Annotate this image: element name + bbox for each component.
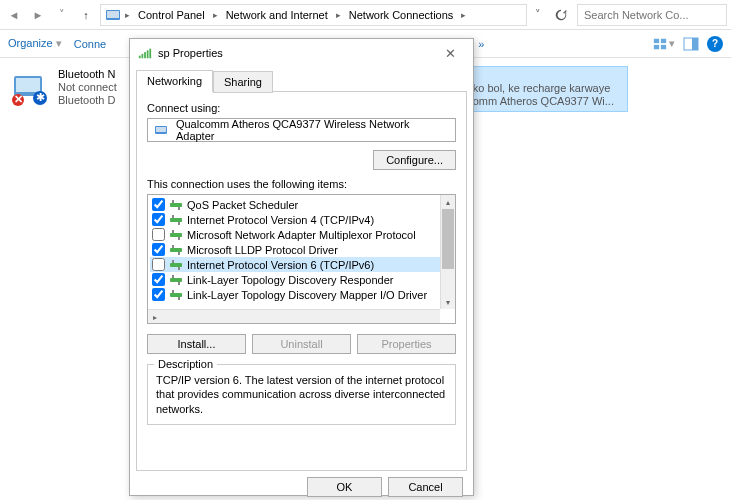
svg-rect-41 bbox=[172, 260, 174, 263]
vertical-scrollbar[interactable]: ▴ ▾ bbox=[440, 195, 455, 309]
svg-rect-27 bbox=[156, 127, 166, 132]
breadcrumb-dropdown[interactable]: ˅ bbox=[531, 8, 545, 21]
toolbar-chevron[interactable]: » bbox=[478, 38, 484, 50]
svg-text:✱: ✱ bbox=[36, 91, 45, 103]
dialog-tabs: Networking Sharing bbox=[130, 69, 473, 91]
svg-rect-34 bbox=[170, 233, 182, 237]
install-button[interactable]: Install... bbox=[147, 334, 246, 354]
connection-items-list: QoS Packet SchedulerInternet Protocol Ve… bbox=[147, 194, 456, 324]
control-panel-icon bbox=[105, 7, 121, 23]
ok-button[interactable]: OK bbox=[307, 477, 382, 497]
tab-panel-networking: Connect using: Qualcomm Atheros QCA9377 … bbox=[136, 91, 467, 471]
recent-dropdown[interactable]: ˅ bbox=[52, 5, 72, 25]
organize-menu[interactable]: Organize ▾ bbox=[8, 37, 62, 50]
svg-rect-35 bbox=[172, 230, 174, 233]
scroll-right-button[interactable]: ▸ bbox=[148, 310, 162, 324]
help-button[interactable]: ? bbox=[707, 36, 723, 52]
protocol-item[interactable]: Microsoft Network Adapter Multiplexor Pr… bbox=[150, 227, 453, 242]
svg-rect-39 bbox=[178, 252, 180, 255]
search-input[interactable] bbox=[577, 4, 727, 26]
dialog-titlebar[interactable]: sp Properties ✕ bbox=[130, 39, 473, 67]
protocol-item[interactable]: QoS Packet Scheduler bbox=[150, 197, 453, 212]
svg-rect-30 bbox=[178, 207, 180, 210]
uninstall-button: Uninstall bbox=[252, 334, 351, 354]
description-group: Description TCP/IP version 6. The latest… bbox=[147, 364, 456, 425]
protocol-checkbox[interactable] bbox=[152, 273, 165, 286]
svg-rect-9 bbox=[16, 78, 40, 92]
connection-adapter: Bluetooth D bbox=[58, 94, 117, 106]
close-button[interactable]: ✕ bbox=[435, 46, 465, 61]
protocol-item[interactable]: Link-Layer Topology Discovery Mapper I/O… bbox=[150, 287, 453, 302]
svg-rect-42 bbox=[178, 267, 180, 270]
svg-rect-4 bbox=[654, 44, 659, 48]
wifi-icon bbox=[138, 46, 152, 60]
svg-rect-45 bbox=[178, 282, 180, 285]
protocol-item[interactable]: Internet Protocol Version 6 (TCP/IPv6) bbox=[150, 257, 453, 272]
svg-rect-46 bbox=[170, 293, 182, 297]
protocol-icon bbox=[169, 274, 183, 286]
svg-rect-43 bbox=[170, 278, 182, 282]
svg-rect-28 bbox=[170, 203, 182, 207]
protocol-icon bbox=[169, 259, 183, 271]
refresh-button[interactable] bbox=[549, 8, 573, 22]
protocol-label: Internet Protocol Version 4 (TCP/IPv4) bbox=[187, 214, 374, 226]
svg-text:✕: ✕ bbox=[14, 93, 23, 105]
breadcrumb-item[interactable]: Network and Internet bbox=[222, 9, 332, 21]
protocol-checkbox[interactable] bbox=[152, 288, 165, 301]
protocol-checkbox[interactable] bbox=[152, 258, 165, 271]
protocol-label: QoS Packet Scheduler bbox=[187, 199, 298, 211]
preview-pane-button[interactable] bbox=[683, 36, 699, 52]
connection-name: Bluetooth N bbox=[58, 68, 117, 80]
forward-button[interactable]: ► bbox=[28, 5, 48, 25]
protocol-checkbox[interactable] bbox=[152, 243, 165, 256]
protocol-checkbox[interactable] bbox=[152, 228, 165, 241]
protocol-checkbox[interactable] bbox=[152, 213, 165, 226]
protocol-item[interactable]: Microsoft LLDP Protocol Driver bbox=[150, 242, 453, 257]
svg-rect-32 bbox=[172, 215, 174, 218]
chevron-down-icon: ▾ bbox=[56, 37, 62, 49]
back-button[interactable]: ◄ bbox=[4, 5, 24, 25]
svg-rect-31 bbox=[170, 218, 182, 222]
breadcrumb-item[interactable]: Control Panel bbox=[134, 9, 209, 21]
refresh-icon bbox=[554, 8, 568, 22]
dialog-title: sp Properties bbox=[158, 47, 223, 59]
scroll-thumb[interactable] bbox=[442, 209, 454, 269]
connect-using-label: Connect using: bbox=[147, 102, 456, 114]
configure-button[interactable]: Configure... bbox=[373, 150, 456, 170]
svg-rect-37 bbox=[170, 248, 182, 252]
svg-rect-7 bbox=[692, 38, 698, 50]
protocol-icon bbox=[169, 229, 183, 241]
svg-rect-38 bbox=[172, 245, 174, 248]
adapter-field: Qualcomm Atheros QCA9377 Wireless Networ… bbox=[147, 118, 456, 142]
svg-rect-21 bbox=[139, 56, 141, 59]
protocol-icon bbox=[169, 244, 183, 256]
connect-button[interactable]: Conne bbox=[74, 38, 106, 50]
properties-dialog: sp Properties ✕ Networking Sharing Conne… bbox=[129, 38, 474, 496]
svg-rect-33 bbox=[178, 222, 180, 225]
chevron-right-icon: ▸ bbox=[459, 10, 468, 20]
items-label: This connection uses the following items… bbox=[147, 178, 456, 190]
cancel-button[interactable]: Cancel bbox=[388, 477, 463, 497]
scroll-up-button[interactable]: ▴ bbox=[441, 195, 455, 209]
view-options-button[interactable]: ▾ bbox=[653, 37, 675, 51]
breadcrumb[interactable]: ▸ Control Panel ▸ Network and Internet ▸… bbox=[100, 4, 527, 26]
protocol-label: Internet Protocol Version 6 (TCP/IPv6) bbox=[187, 259, 374, 271]
chevron-right-icon: ▸ bbox=[123, 10, 132, 20]
tab-networking[interactable]: Networking bbox=[136, 70, 213, 92]
connection-status: Not connect bbox=[58, 81, 117, 93]
svg-rect-3 bbox=[661, 38, 666, 42]
protocol-label: Microsoft Network Adapter Multiplexor Pr… bbox=[187, 229, 416, 241]
protocol-icon bbox=[169, 199, 183, 211]
protocol-icon bbox=[169, 214, 183, 226]
breadcrumb-item[interactable]: Network Connections bbox=[345, 9, 458, 21]
protocol-item[interactable]: Internet Protocol Version 4 (TCP/IPv4) bbox=[150, 212, 453, 227]
view-icon bbox=[653, 37, 667, 51]
protocol-label: Link-Layer Topology Discovery Mapper I/O… bbox=[187, 289, 427, 301]
scroll-down-button[interactable]: ▾ bbox=[441, 295, 455, 309]
protocol-checkbox[interactable] bbox=[152, 198, 165, 211]
tab-sharing[interactable]: Sharing bbox=[213, 71, 273, 93]
protocol-item[interactable]: Link-Layer Topology Discovery Responder bbox=[150, 272, 453, 287]
up-button[interactable]: ↑ bbox=[76, 5, 96, 25]
protocol-icon bbox=[169, 289, 183, 301]
horizontal-scrollbar[interactable]: ◂ ▸ bbox=[148, 309, 440, 323]
